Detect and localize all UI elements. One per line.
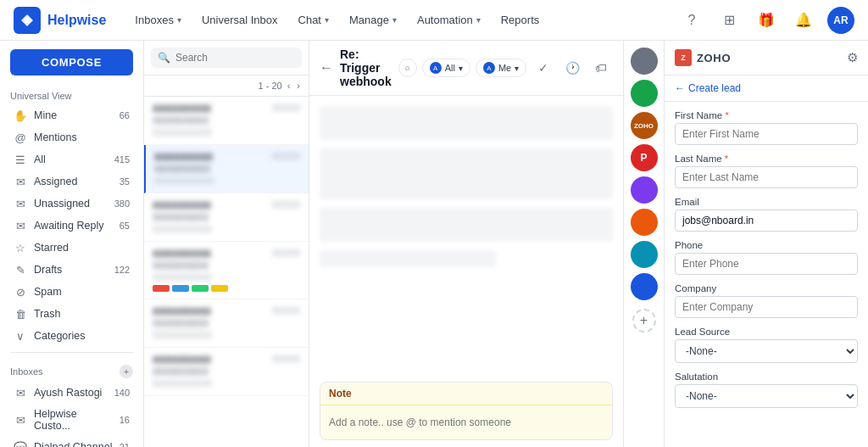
sidebar-item-awaiting[interactable]: ✉ Awaiting Reply 65: [3, 215, 140, 237]
email-input[interactable]: [675, 210, 858, 232]
last-name-group: Last Name *: [675, 154, 858, 188]
assign-all-badge[interactable]: A All ▾: [422, 59, 470, 77]
message-item[interactable]: XXXXXXXXXXXXXX XXXXXXXXX XXXXXXXXXX: [144, 145, 309, 193]
main-layout: COMPOSE Universal View ✋ Mine 66 @ Menti…: [0, 0, 868, 447]
lead-source-select[interactable]: -None-: [675, 339, 858, 363]
sidebar-item-trash[interactable]: 🗑 Trash: [3, 303, 140, 325]
last-name-input[interactable]: [675, 166, 858, 188]
sidebar-item-mentions[interactable]: @ Mentions: [3, 126, 140, 148]
salutation-select[interactable]: -None-: [675, 384, 858, 408]
categories-icon: ∨: [14, 329, 27, 343]
company-label: Company: [675, 283, 858, 293]
assigned-icon: ✉: [14, 175, 27, 188]
email-content-block: [320, 250, 496, 267]
search-input-wrap: 🔍: [151, 47, 302, 68]
add-conversation-button[interactable]: +: [632, 309, 656, 332]
user-avatar[interactable]: AR: [827, 7, 854, 34]
assign-me-badge[interactable]: A Me ▾: [476, 59, 526, 77]
sidebar-item-starred[interactable]: ☆ Starred: [3, 237, 140, 259]
email-body: [309, 96, 623, 375]
sidebar-item-assigned[interactable]: ✉ Assigned 35: [3, 170, 140, 193]
inbox-icon: ✉: [14, 413, 27, 427]
message-item[interactable]: XXXXXXXXXXXXXX XXXXXXXXX XXXXXXXXXX: [144, 193, 309, 242]
assign-dot: A: [430, 62, 442, 74]
chat-icon: 💬: [14, 440, 27, 447]
email-actions: ○ A All ▾ A Me ▾ ✓ 🕐 🏷 🗑 ⋮: [398, 56, 624, 80]
crm-panel: Z ZOHO ⚙ ← Create lead First Name * Last…: [665, 41, 868, 447]
gift-button[interactable]: 🎁: [753, 7, 780, 34]
conversation-avatar[interactable]: P: [631, 144, 658, 171]
last-name-label: Last Name *: [675, 154, 858, 164]
message-item[interactable]: XXXXXXXXXXXXXX XXXXXXXXX XXXXXXXXXX: [144, 299, 309, 348]
nav-universal-inbox[interactable]: Universal Inbox: [193, 8, 287, 31]
nav-right: ? ⊞ 🎁 🔔 AR: [678, 7, 854, 34]
email-content-block: [320, 148, 613, 199]
check-button[interactable]: ✓: [531, 56, 555, 80]
message-item[interactable]: XXXXXXXXXXXXXX XXXXXXXXX XXXXXXXXXX: [144, 242, 309, 299]
conversation-avatar[interactable]: [631, 80, 658, 107]
crm-logo: Z ZOHO: [675, 49, 731, 66]
sidebar-item-unassigned[interactable]: ✉ Unassigned 380: [3, 193, 140, 215]
tag-button[interactable]: 🏷: [589, 56, 613, 80]
first-name-input[interactable]: [675, 123, 858, 145]
back-arrow-icon: ←: [675, 82, 685, 94]
phone-input[interactable]: [675, 253, 858, 275]
sidebar-item-categories[interactable]: ∨ Categories: [3, 325, 140, 347]
message-item[interactable]: XXXXXXXXXXXXXX XXXXXXXXX XXXXXXXXXX: [144, 97, 309, 145]
prev-page-button[interactable]: ‹: [286, 79, 292, 92]
star-icon: ☆: [14, 241, 27, 254]
nav-chat[interactable]: Chat▾: [290, 8, 337, 31]
sidebar-item-drafts[interactable]: ✎ Drafts 122: [3, 259, 140, 281]
message-item[interactable]: XXXXXXXXXXXXXX XXXXXXXXX XXXXXXXXXX: [144, 348, 309, 396]
nav-inboxes[interactable]: Inboxes▾: [126, 8, 190, 31]
crm-settings-button[interactable]: ⚙: [847, 50, 858, 65]
trash-icon: 🗑: [14, 307, 27, 321]
sidebar-item-all[interactable]: ☰ All 415: [3, 148, 140, 170]
back-button[interactable]: ←: [320, 60, 333, 75]
chevron-down-icon: ▾: [515, 64, 519, 73]
svg-rect-0: [25, 18, 30, 23]
email-group: Email: [675, 197, 858, 232]
conversation-avatar[interactable]: [631, 273, 658, 300]
sidebar-inbox-dialpad[interactable]: 💬 Dialpad Channel 21: [3, 436, 140, 447]
first-name-label: First Name *: [675, 110, 858, 120]
logo[interactable]: Helpwise: [14, 7, 106, 34]
sidebar-inbox-helpwise[interactable]: ✉ Helpwise Custo... 16: [3, 404, 140, 436]
lead-source-label: Lead Source: [675, 327, 858, 337]
next-page-button[interactable]: ›: [295, 79, 302, 92]
nav-reports[interactable]: Reports: [492, 8, 548, 31]
nav-automation[interactable]: Automation▾: [409, 8, 489, 31]
conversation-avatar[interactable]: [631, 241, 658, 268]
pagination: 1 - 20 ‹ ›: [144, 75, 309, 97]
sidebar-inbox-ayush[interactable]: ✉ Ayush Rastogi 140: [3, 382, 140, 404]
grid-button[interactable]: ⊞: [715, 7, 743, 34]
phone-label: Phone: [675, 240, 858, 250]
conversation-avatar[interactable]: [631, 176, 658, 204]
nav-items: Inboxes▾ Universal Inbox Chat▾ Manage▾ A…: [126, 8, 678, 31]
conversation-avatar[interactable]: [631, 209, 658, 236]
search-input[interactable]: [175, 52, 295, 64]
conversation-avatar[interactable]: [631, 47, 658, 75]
help-button[interactable]: ?: [678, 7, 705, 34]
sidebar-section-title: Universal View: [0, 84, 143, 104]
back-to-create-lead[interactable]: ← Create lead: [665, 75, 868, 102]
company-group: Company: [675, 283, 858, 318]
unassigned-icon: ✉: [14, 197, 27, 210]
all-icon: ☰: [14, 153, 27, 166]
clock-button[interactable]: 🕐: [560, 56, 584, 80]
salutation-group: Salutation -None-: [675, 372, 858, 408]
circle-button[interactable]: ○: [398, 59, 417, 77]
email-content-block: [320, 106, 613, 140]
conversation-avatar[interactable]: ZOHO: [631, 112, 658, 139]
inboxes-header: Inboxes +: [0, 358, 143, 382]
note-input[interactable]: [320, 405, 612, 439]
chevron-icon: ▾: [325, 15, 329, 25]
notification-button[interactable]: 🔔: [790, 7, 817, 34]
sidebar-item-mine[interactable]: ✋ Mine 66: [3, 104, 140, 126]
sidebar-item-spam[interactable]: ⊘ Spam: [3, 281, 140, 303]
add-inbox-button[interactable]: +: [120, 365, 133, 378]
company-input[interactable]: [675, 296, 858, 318]
nav-manage[interactable]: Manage▾: [341, 8, 405, 31]
compose-button[interactable]: COMPOSE: [10, 49, 133, 75]
delete-button[interactable]: 🗑: [618, 56, 624, 80]
